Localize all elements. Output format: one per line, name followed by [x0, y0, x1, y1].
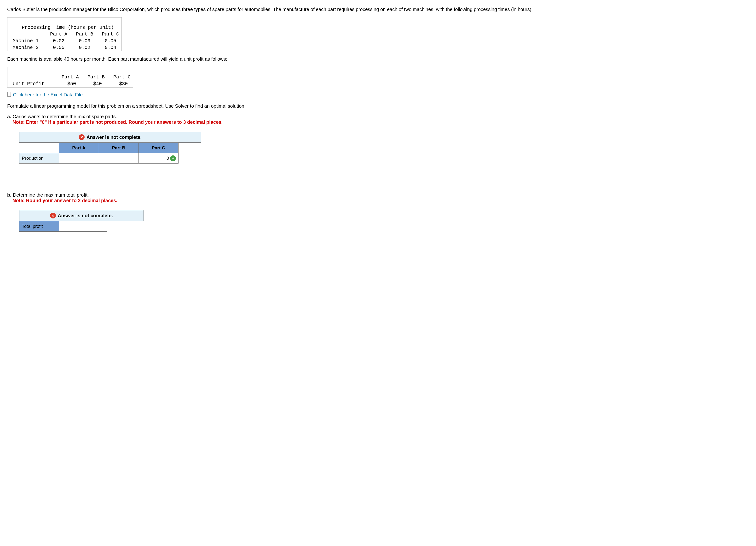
production-part-c-input[interactable]: 0 — [139, 153, 178, 163]
table-row: Production 0 — [19, 153, 179, 163]
document-icon — [7, 92, 12, 98]
excel-link-text: Click here for the Excel Data File — [13, 92, 83, 98]
qb-note: Note: Round your answer to 2 decimal pla… — [12, 198, 749, 203]
x-icon — [50, 213, 56, 218]
qa-text: Carlos wants to determine the mix of spa… — [13, 114, 117, 119]
qa-note: Note: Enter "0" if a particular part is … — [12, 119, 749, 125]
grid-hdr-c: Part C — [139, 143, 178, 153]
banner-text-b: Answer is not complete. — [58, 213, 113, 218]
question-b: b. Determine the maximum total profit. — [7, 192, 749, 198]
production-part-b-input[interactable] — [99, 153, 139, 163]
production-grid: Part A Part B Part C Production 0 — [19, 143, 179, 163]
part-c-value: 0 — [167, 156, 169, 161]
check-icon — [170, 155, 176, 161]
answer-banner-a: Answer is not complete. — [19, 132, 201, 143]
total-profit-rowlabel: Total profit — [19, 221, 59, 231]
production-rowlabel: Production — [19, 153, 59, 163]
excel-data-link[interactable]: Click here for the Excel Data File — [7, 92, 83, 98]
svg-rect-3 — [8, 95, 10, 95]
total-profit-input[interactable] — [59, 221, 107, 231]
grid-hdr-a: Part A — [59, 143, 99, 153]
proc-title: Processing Time (hours per unit) — [10, 24, 119, 31]
formulate-text: Formulate a linear programming model for… — [7, 103, 749, 110]
intro-text: Carlos Butler is the production manager … — [7, 6, 749, 13]
profit-grid: Total profit — [19, 221, 107, 231]
svg-rect-2 — [8, 94, 10, 94]
grid-hdr-b: Part B — [99, 143, 139, 153]
processing-time-table: Processing Time (hours per unit) Part A … — [7, 17, 122, 51]
qa-letter: a. — [7, 114, 11, 119]
availability-text: Each machine is available 40 hours per m… — [7, 56, 749, 63]
unit-profit-table: Part A Part B Part C Unit Profit $50 $40… — [7, 67, 133, 87]
qb-text: Determine the maximum total profit. — [13, 192, 89, 198]
table-row: Total profit — [19, 221, 107, 231]
banner-text-a: Answer is not complete. — [87, 134, 142, 140]
x-icon — [79, 134, 85, 140]
production-part-a-input[interactable] — [59, 153, 99, 163]
question-a: a. Carlos wants to determine the mix of … — [7, 114, 749, 119]
answer-banner-b: Answer is not complete. — [19, 210, 144, 221]
qb-letter: b. — [7, 192, 12, 198]
